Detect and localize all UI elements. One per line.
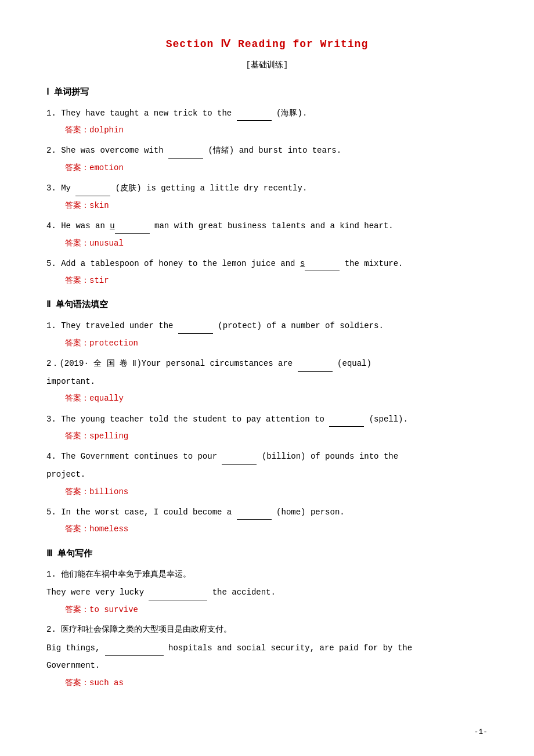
section-1: Ⅰ 单词拼写 1. They have taught a new trick t… (46, 85, 488, 289)
answer-6: 答案：protection (65, 336, 488, 351)
question-3: 3. My (皮肤) is getting a little dry recen… (46, 180, 488, 196)
section-2: Ⅱ 单句语法填空 1. They traveled under the (pro… (46, 297, 488, 537)
section-2-header: Ⅱ 单句语法填空 (46, 297, 488, 313)
answer-7: 答案：equally (65, 391, 488, 406)
page-number: -1- (474, 725, 488, 739)
page-title: Section Ⅳ Reading for Writing (46, 35, 488, 53)
section-3: Ⅲ 单句写作 1. 他们能在车祸中幸免于难真是幸运。 They were ver… (46, 546, 488, 690)
answer-3: 答案：skin (65, 199, 488, 213)
answer-10: 答案：homeless (65, 522, 488, 537)
answer-4: 答案：unusual (65, 236, 488, 251)
answer-1: 答案：dolphin (65, 123, 488, 138)
answer-5: 答案：stir (65, 273, 488, 288)
question-7: 2．(2019· 全 国 卷 Ⅱ)Your personal circumsta… (46, 355, 488, 372)
question-12: Big things, hospitals and social securit… (46, 640, 488, 656)
answer-11: 答案：to survive (65, 603, 488, 617)
answer-9: 答案：billions (65, 485, 488, 499)
answer-2: 答案：emotion (65, 161, 488, 175)
question-11-chinese: 1. 他们能在车祸中幸免于难真是幸运。 (46, 567, 488, 582)
question-11: They were very lucky the accident. (46, 584, 488, 600)
question-8: 3. The young teacher told the student to… (46, 411, 488, 427)
answer-12: 答案：such as (65, 676, 488, 690)
question-6: 1. They traveled under the (protect) of … (46, 318, 488, 334)
subtitle: [基础训练] (46, 58, 488, 73)
question-1: 1. They have taught a new trick to the (… (46, 105, 488, 121)
question-10: 5. In the worst case, I could become a (… (46, 504, 488, 520)
question-9: 4. The Government continues to pour (bil… (46, 448, 488, 465)
answer-8: 答案：spelling (65, 429, 488, 444)
question-12-chinese: 2. 医疗和社会保障之类的大型项目是由政府支付。 (46, 622, 488, 638)
question-2: 2. She was overcome with (情绪) and burst … (46, 142, 488, 159)
section-1-header: Ⅰ 单词拼写 (46, 85, 488, 100)
question-4: 4. He was an u man with great business t… (46, 218, 488, 234)
section-3-header: Ⅲ 单句写作 (46, 546, 488, 562)
question-9-continue: project. (46, 467, 488, 483)
question-12-continue: Government. (46, 658, 488, 674)
question-5: 5. Add a tablespoon of honey to the lemo… (46, 255, 488, 272)
question-7-continue: important. (46, 374, 488, 390)
